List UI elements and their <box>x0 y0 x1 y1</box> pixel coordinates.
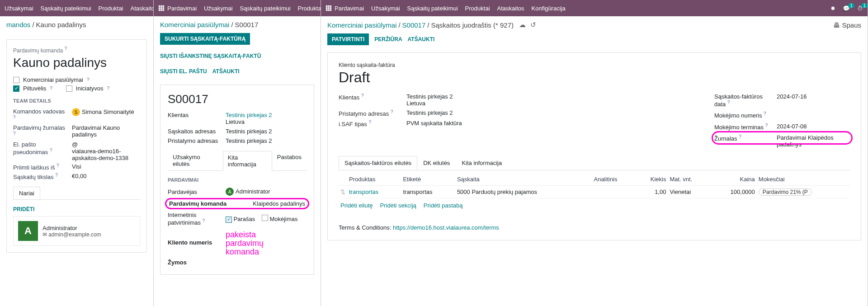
svg-rect-13 <box>328 7 330 9</box>
crumb-team-name: Kauno padalinys <box>36 21 86 28</box>
nav-saskaitu[interactable]: Sąskaitų pateikimui <box>41 5 91 12</box>
print-button[interactable]: 🖶 Spaus <box>833 21 861 29</box>
btn-cancel-order[interactable]: ATŠAUKTI <box>212 66 240 77</box>
avatar-salesperson: A <box>226 188 234 196</box>
brand-2[interactable]: Pardavimai <box>158 5 197 12</box>
undo-icon[interactable]: ↺ <box>530 21 536 29</box>
nav-uzsakymai[interactable]: Užsakymai <box>5 5 33 12</box>
chat-icon[interactable]: 💬1 <box>843 5 850 12</box>
btn-confirm[interactable]: PATVIRTINTI <box>327 33 369 45</box>
chk-payment[interactable] <box>262 215 268 221</box>
crumb-draft: Sąskaitos juodraštis (* 927) <box>431 21 514 29</box>
invoice-type-label: Kliento sąskaita-faktūra <box>339 62 850 68</box>
svg-rect-14 <box>330 7 332 9</box>
apps-icon[interactable] <box>158 5 165 11</box>
brand-3[interactable]: Pardavimai <box>326 5 364 12</box>
svg-rect-15 <box>326 9 328 11</box>
annotation-changed: pakeista pardavimų komanda <box>226 231 307 256</box>
nav-ataskaitos[interactable]: Ataskaitos <box>131 5 154 12</box>
member-email: admin@example.com <box>48 231 101 238</box>
invoice-lines-table: Produktas Etiketė Sąskaita Analitinis Ki… <box>339 173 850 198</box>
cloud-icon[interactable]: ☁ <box>519 21 526 29</box>
crumb-order3[interactable]: S00017 <box>402 21 426 29</box>
tax-chip[interactable]: Pardavimo 21% (P <box>759 188 812 196</box>
svg-rect-4 <box>160 7 162 9</box>
section-sales: PARDAVIMAI <box>168 177 307 183</box>
section-team-details: TEAM DETAILS <box>13 98 140 104</box>
breadcrumbs-3: Komerciniai pasiūlymai / S00017 / Sąskai… <box>321 16 868 33</box>
svg-rect-2 <box>163 5 165 7</box>
tab-other-info[interactable]: Kita informacija <box>223 151 272 171</box>
svg-rect-6 <box>159 9 160 11</box>
chk-piltuvelis[interactable]: ✓ <box>13 85 19 92</box>
add-note[interactable]: Pridėti pastabą <box>424 202 463 209</box>
member-card[interactable]: A Administrator ✉ admin@example.com <box>13 216 140 246</box>
order-number: S00017 <box>168 92 307 106</box>
tab-invoice-lines[interactable]: Sąskaitos-faktūros eilutės <box>339 156 417 170</box>
clock-icon[interactable]: ⏱1 <box>857 5 863 12</box>
crumb-order: S00017 <box>235 21 259 28</box>
member-name: Administrator <box>42 225 101 231</box>
svg-rect-9 <box>326 5 328 7</box>
svg-rect-11 <box>330 5 332 7</box>
pane-invoice: Pardavimai Užsakymai Sąskaitų pateikimui… <box>321 0 868 306</box>
btn-send-proforma[interactable]: SIŲSTI IŠANKSTINĘ SĄSKAITĄ-FAKTŪ <box>160 50 261 62</box>
btn-cancel-invoice[interactable]: ATŠAUKTI <box>408 33 435 45</box>
crumb-offers3[interactable]: Komerciniai pasiūlymai <box>327 21 396 29</box>
add-member-link[interactable]: PRIDĖTI <box>13 206 140 212</box>
apps-icon[interactable] <box>326 5 332 11</box>
svg-rect-0 <box>159 5 160 7</box>
add-line[interactable]: Pridėti eilutę <box>340 202 373 209</box>
svg-rect-3 <box>159 7 160 9</box>
crumb-offers[interactable]: Komerciniai pasiūlymai <box>160 21 229 28</box>
chk-komerciniai[interactable] <box>13 77 19 83</box>
terms-link[interactable]: https://demo16.host.vialaurea.com/terms <box>393 224 499 231</box>
pane-sales-order: Pardavimai Užsakymai Sąskaitų pateikimui… <box>154 0 321 306</box>
svg-rect-10 <box>328 5 330 7</box>
table-row[interactable]: ⇅ transportas transportas 5000 Parduotų … <box>339 185 850 198</box>
tab-other-info3[interactable]: Kita informacija <box>456 156 508 170</box>
field-team-label: Pardavimų komanda ? <box>13 46 140 54</box>
tab-nariai[interactable]: Nariai <box>13 187 40 199</box>
add-section[interactable]: Pridėti sekciją <box>380 202 416 209</box>
bug-icon[interactable]: ✸ <box>830 5 835 12</box>
svg-rect-17 <box>330 9 332 11</box>
svg-rect-16 <box>328 9 330 11</box>
breadcrumbs-1: mandos / Kauno padalinys <box>0 16 153 33</box>
tab-notes[interactable]: Pastabos <box>272 151 307 170</box>
btn-preview[interactable]: PERŽIŪRA <box>374 33 402 45</box>
topbar-1: Užsakymai Sąskaitų pateikimui Produktai … <box>0 0 153 16</box>
team-title: Kauno padalinys <box>13 56 140 70</box>
customer-link[interactable]: Testinis pirkejas 2 <box>226 112 272 118</box>
tab-gl-lines[interactable]: DK eilutės <box>417 156 456 170</box>
topbar-3: Pardavimai Užsakymai Sąskaitų pateikimui… <box>321 0 868 16</box>
line-product[interactable]: transportas <box>349 188 378 195</box>
btn-send-email[interactable]: SIŲSTI EL. PAŠTU <box>160 66 207 77</box>
avatar-leader: S <box>72 108 80 116</box>
pane-sales-team: Užsakymai Sąskaitų pateikimui Produktai … <box>0 0 154 306</box>
avatar-admin: A <box>18 221 38 241</box>
btn-create-invoice[interactable]: SUKURTI SĄSKAITĄ-FAKTŪRĄ <box>160 33 250 45</box>
chk-signature[interactable]: ✓ <box>226 217 232 223</box>
drag-handle-icon[interactable]: ⇅ <box>339 185 347 198</box>
nav-produktai[interactable]: Produktai <box>99 5 123 12</box>
svg-rect-12 <box>326 7 328 9</box>
invoice-title: Draft <box>339 69 850 86</box>
highlight-sales-team: Pardavimų komanda Klaipėdos padalinys <box>165 198 309 209</box>
svg-rect-8 <box>163 9 165 11</box>
svg-rect-7 <box>160 9 162 11</box>
breadcrumbs-2: Komerciniai pasiūlymai / S00017 <box>154 16 321 33</box>
svg-rect-1 <box>160 5 162 7</box>
terms-text: Terms & Conditions: https://demo16.host.… <box>339 224 850 231</box>
chk-iniciatyvos[interactable] <box>66 85 72 92</box>
topbar-2: Pardavimai Užsakymai Sąskaitų pateikimui… <box>154 0 321 16</box>
svg-rect-5 <box>163 7 165 9</box>
tab-lines[interactable]: Užsakymo eilutės <box>168 151 223 170</box>
crumb-teams[interactable]: mandos <box>6 21 30 28</box>
